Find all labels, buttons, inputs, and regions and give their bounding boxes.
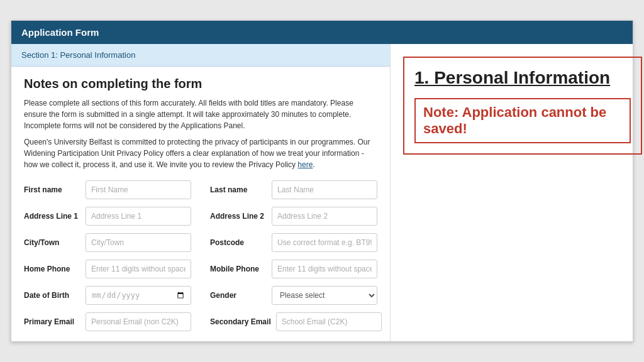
home-phone-group: Home Phone xyxy=(24,260,191,278)
main-content: Section 1: Personal Information Notes on… xyxy=(11,44,633,341)
primary-email-input[interactable] xyxy=(86,312,191,331)
address-line1-input[interactable] xyxy=(86,207,191,226)
side-panel: 1. Personal Information Note: Applicatio… xyxy=(391,44,644,341)
city-town-input[interactable] xyxy=(86,233,191,252)
app-title: Application Form xyxy=(21,27,99,38)
side-panel-note: Note: Application cannot be saved! xyxy=(414,98,631,143)
postcode-label: Postcode xyxy=(210,238,267,247)
gender-label: Gender xyxy=(210,291,267,300)
address-line1-label: Address Line 1 xyxy=(24,212,80,221)
first-name-label: First name xyxy=(24,185,80,194)
first-name-input[interactable] xyxy=(86,180,191,199)
gender-group: Gender Please select Male Female Prefer … xyxy=(210,286,377,305)
primary-email-label: Primary Email xyxy=(24,317,80,326)
side-border-box: 1. Personal Information Note: Applicatio… xyxy=(403,57,642,155)
city-town-group: City/Town xyxy=(24,233,191,252)
mobile-phone-label: Mobile Phone xyxy=(210,265,267,273)
gender-select[interactable]: Please select Male Female Prefer not to … xyxy=(272,286,377,305)
side-panel-title: 1. Personal Information xyxy=(414,68,631,88)
dob-group: Date of Birth xyxy=(24,286,191,305)
application-form-container: Application Form Section 1: Personal Inf… xyxy=(11,20,633,342)
last-name-label: Last name xyxy=(210,185,267,194)
form-panel: Section 1: Personal Information Notes on… xyxy=(11,44,391,341)
form-body: Notes on completing the form Please comp… xyxy=(11,67,390,341)
postcode-group: Postcode xyxy=(210,233,377,252)
dob-input[interactable] xyxy=(86,286,191,305)
section-nav-link[interactable]: Section 1: Personal Information xyxy=(21,50,135,60)
secondary-email-label: Secondary Email xyxy=(210,317,271,326)
privacy-text: Queen's University Belfast is committed … xyxy=(24,136,377,170)
city-town-label: City/Town xyxy=(24,238,80,247)
address-line2-label: Address Line 2 xyxy=(210,212,267,221)
last-name-group: Last name xyxy=(210,180,377,199)
privacy-link[interactable]: here xyxy=(297,160,313,169)
mobile-phone-input[interactable] xyxy=(272,260,377,278)
secondary-email-input[interactable] xyxy=(276,312,382,331)
notes-paragraph1: Please complete all sections of this for… xyxy=(24,97,377,131)
address-line2-input[interactable] xyxy=(272,207,377,226)
address-line1-group: Address Line 1 xyxy=(24,207,191,226)
first-name-group: First name xyxy=(24,180,191,199)
last-name-input[interactable] xyxy=(272,180,377,199)
notes-title: Notes on completing the form xyxy=(24,77,377,91)
mobile-phone-group: Mobile Phone xyxy=(210,260,377,278)
secondary-email-group: Secondary Email xyxy=(210,312,377,331)
address-line2-group: Address Line 2 xyxy=(210,207,377,226)
primary-email-group: Primary Email xyxy=(24,312,191,331)
postcode-input[interactable] xyxy=(272,233,377,252)
section-nav: Section 1: Personal Information xyxy=(11,44,390,67)
home-phone-label: Home Phone xyxy=(24,265,80,273)
home-phone-input[interactable] xyxy=(86,260,191,278)
app-header: Application Form xyxy=(11,21,633,44)
dob-label: Date of Birth xyxy=(24,291,80,300)
form-grid: First name Last name Address Line 1 Addr… xyxy=(24,180,377,331)
